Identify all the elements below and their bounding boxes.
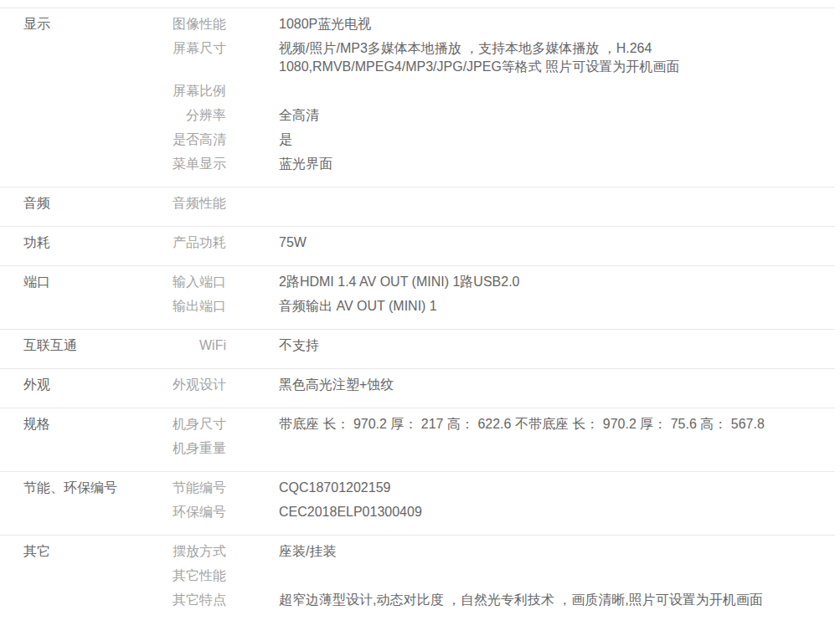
spec-label: 摆放方式 — [159, 542, 226, 561]
spec-row: 产品功耗 75W — [159, 233, 835, 252]
spec-row: 其它性能 — [159, 567, 835, 585]
category-label: 音频 — [0, 194, 159, 218]
spec-value — [226, 567, 835, 585]
spec-row: 输入端口 2路HDMI 1.4 AV OUT (MINI) 1路USB2.0 — [159, 273, 835, 291]
spec-row: 环保编号 CEC2018ELP01300409 — [159, 503, 835, 521]
spec-row: 屏幕尺寸 视频/照片/MP3多媒体本地播放 ，支持本地多媒体播放 ，H.264 … — [159, 39, 835, 76]
spec-section-connectivity: 互联互通 WiFi 不支持 — [0, 329, 835, 368]
spec-section-certification: 节能、环保编号 节能编号 CQC18701202159 环保编号 CEC2018… — [0, 471, 835, 535]
spec-section-display: 显示 图像性能 1080P蓝光电视 屏幕尺寸 视频/照片/MP3多媒体本地播放 … — [0, 8, 835, 187]
spec-value — [226, 439, 835, 458]
spec-value: 1080P蓝光电视 — [226, 15, 835, 33]
spec-rows: 音频性能 — [159, 194, 835, 218]
spec-label: 音频性能 — [159, 194, 226, 213]
category-label: 规格 — [0, 415, 159, 464]
spec-label: 图像性能 — [159, 15, 226, 33]
spec-label: 是否高清 — [159, 131, 226, 149]
spec-row: 音频性能 — [159, 194, 835, 213]
spec-label: 机身尺寸 — [159, 415, 226, 433]
spec-value: CQC18701202159 — [226, 479, 835, 497]
spec-value: 座装/挂装 — [226, 542, 835, 561]
spec-rows: 外观设计 黑色高光注塑+蚀纹 — [159, 376, 835, 400]
spec-value: 音频输出 AV OUT (MINI) 1 — [226, 297, 835, 316]
spec-row: 屏幕比例 — [159, 82, 835, 100]
spec-section-audio: 音频 音频性能 — [0, 187, 835, 226]
spec-row: 摆放方式 座装/挂装 — [159, 542, 835, 561]
spec-value — [226, 82, 835, 100]
spec-value: 蓝光界面 — [226, 155, 835, 173]
spec-label: WiFi — [159, 336, 226, 355]
spec-rows: 摆放方式 座装/挂装 其它性能 其它特点 超窄边薄型设计,动态对比度 ，自然光专… — [159, 542, 835, 615]
spec-section-ports: 端口 输入端口 2路HDMI 1.4 AV OUT (MINI) 1路USB2.… — [0, 265, 835, 329]
spec-row: 是否高清 是 — [159, 131, 835, 149]
spec-rows: 输入端口 2路HDMI 1.4 AV OUT (MINI) 1路USB2.0 输… — [159, 273, 835, 321]
spec-row: 输出端口 音频输出 AV OUT (MINI) 1 — [159, 297, 835, 316]
spec-row: 菜单显示 蓝光界面 — [159, 155, 835, 173]
spec-label: 菜单显示 — [159, 155, 226, 173]
spec-label: 环保编号 — [159, 503, 226, 521]
spec-section-other: 其它 摆放方式 座装/挂装 其它性能 其它特点 超窄边薄型设计,动态对比度 ，自… — [0, 535, 835, 623]
spec-row: 其它特点 超窄边薄型设计,动态对比度 ，自然光专利技术 ，画质清晰,照片可设置为… — [159, 591, 835, 609]
spec-row: 图像性能 1080P蓝光电视 — [159, 15, 835, 33]
spec-label: 其它特点 — [159, 591, 226, 609]
spec-label: 外观设计 — [159, 376, 226, 394]
category-label: 端口 — [0, 273, 159, 321]
spec-rows: 机身尺寸 带底座 长： 970.2 厚： 217 高： 622.6 不带底座 长… — [159, 415, 835, 464]
spec-label: 节能编号 — [159, 479, 226, 497]
spec-label: 输出端口 — [159, 297, 226, 316]
spec-label: 机身重量 — [159, 439, 226, 458]
spec-label: 屏幕尺寸 — [159, 39, 226, 76]
spec-value: 黑色高光注塑+蚀纹 — [226, 376, 835, 394]
spec-row: 分辨率 全高清 — [159, 106, 835, 125]
spec-section-power: 功耗 产品功耗 75W — [0, 226, 835, 265]
spec-label: 分辨率 — [159, 106, 226, 125]
product-spec-table: 显示 图像性能 1080P蓝光电视 屏幕尺寸 视频/照片/MP3多媒体本地播放 … — [0, 8, 835, 623]
spec-value: 2路HDMI 1.4 AV OUT (MINI) 1路USB2.0 — [226, 273, 835, 291]
spec-label: 其它性能 — [159, 567, 226, 585]
spec-value: 超窄边薄型设计,动态对比度 ，自然光专利技术 ，画质清晰,照片可设置为开机画面 — [226, 591, 835, 609]
spec-row: 机身重量 — [159, 439, 835, 458]
spec-row: 节能编号 CQC18701202159 — [159, 479, 835, 497]
spec-rows: WiFi 不支持 — [159, 336, 835, 361]
category-label: 互联互通 — [0, 336, 159, 361]
spec-rows: 产品功耗 75W — [159, 233, 835, 258]
spec-value: 是 — [226, 131, 835, 149]
spec-value: 不支持 — [226, 336, 835, 355]
spec-section-appearance: 外观 外观设计 黑色高光注塑+蚀纹 — [0, 368, 835, 408]
category-label: 外观 — [0, 376, 159, 400]
category-label: 节能、环保编号 — [0, 479, 159, 527]
spec-value: 带底座 长： 970.2 厚： 217 高： 622.6 不带底座 长： 970… — [226, 415, 835, 433]
spec-value: 视频/照片/MP3多媒体本地播放 ，支持本地多媒体播放 ，H.264 1080,… — [226, 39, 835, 76]
category-label: 功耗 — [0, 233, 159, 258]
spec-rows: 图像性能 1080P蓝光电视 屏幕尺寸 视频/照片/MP3多媒体本地播放 ，支持… — [159, 15, 835, 179]
spec-value: 全高清 — [226, 106, 835, 125]
spec-row: WiFi 不支持 — [159, 336, 835, 355]
spec-section-dimensions: 规格 机身尺寸 带底座 长： 970.2 厚： 217 高： 622.6 不带底… — [0, 408, 835, 471]
spec-label: 输入端口 — [159, 273, 226, 291]
spec-value — [226, 194, 835, 213]
category-label: 显示 — [0, 15, 159, 179]
spec-rows: 节能编号 CQC18701202159 环保编号 CEC2018ELP01300… — [159, 479, 835, 527]
category-label: 其它 — [0, 542, 159, 615]
spec-value: 75W — [226, 233, 835, 252]
spec-value: CEC2018ELP01300409 — [226, 503, 835, 521]
spec-label: 屏幕比例 — [159, 82, 226, 100]
spec-row: 机身尺寸 带底座 长： 970.2 厚： 217 高： 622.6 不带底座 长… — [159, 415, 835, 433]
spec-label: 产品功耗 — [159, 233, 226, 252]
spec-row: 外观设计 黑色高光注塑+蚀纹 — [159, 376, 835, 394]
